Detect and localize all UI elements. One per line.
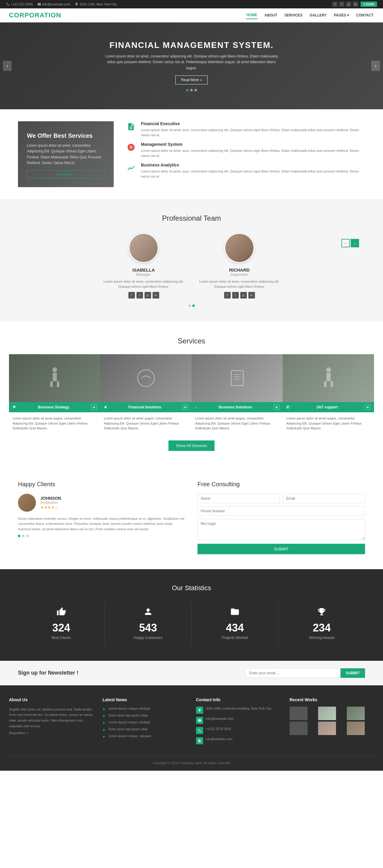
nav-gallery[interactable]: GALLERY: [309, 12, 327, 19]
card-icon-1: ⚑: [12, 405, 16, 409]
work-thumb-5[interactable]: [318, 721, 336, 735]
person-icon: [111, 607, 185, 619]
service-desc-management: Lorem ipsum dolor sit amet, auct, consec…: [141, 148, 365, 158]
hero-dot-1[interactable]: [186, 89, 189, 91]
facebook-btn[interactable]: f: [128, 292, 135, 299]
hero-next-button[interactable]: ›: [371, 61, 380, 71]
footer-contact-title: Contact Info: [196, 698, 281, 702]
stat-label-clients: Best Clients: [24, 636, 98, 640]
pinterest-btn[interactable]: p: [145, 292, 151, 299]
clients-dot-3[interactable]: [26, 535, 29, 537]
hero-dots: [102, 89, 281, 91]
service-card-financial: ★ Financial Solutions + Lorem ipsum dolo…: [100, 354, 191, 434]
footer-about-desc: Sagittis duis tortor vel, facilisis posu…: [9, 707, 94, 729]
footer-news-item-4: ► Dolor amet sed quam vitae: [103, 727, 187, 732]
services-intro-left: We Offer Best Services Lorem ipsum dolor…: [18, 121, 114, 187]
services-read-more-button[interactable]: Read More »: [27, 170, 105, 178]
email-icon: [37, 2, 41, 6]
card-add-btn-2[interactable]: +: [183, 404, 188, 410]
message-textarea[interactable]: [197, 519, 365, 540]
name-input[interactable]: [197, 494, 280, 503]
newsletter-input[interactable]: [245, 668, 341, 678]
team-grid: ISABELLA Manager. Lorem ipsum dolor sit …: [18, 233, 365, 299]
team-dot-1[interactable]: [189, 305, 191, 307]
twitter-icon[interactable]: t: [339, 1, 344, 7]
card-label-text-4: 24/7 support: [317, 405, 338, 409]
hero-title: FINANCIAL MANAGEMENT SYSTEM.: [102, 40, 281, 50]
twitter-btn-r[interactable]: t: [232, 292, 239, 299]
hero-prev-button[interactable]: ‹: [3, 61, 12, 71]
top-bar: +112 223 3345 info@example.com 3241 USA,…: [0, 0, 383, 8]
team-section: Professional Team ISABELLA Manager. Lore…: [0, 199, 383, 322]
statistics-title: Our Statistics: [18, 584, 365, 592]
footer-contact: Contact Info 3241 USA, Collection buildi…: [196, 698, 281, 747]
team-card-isabella: ISABELLA Manager. Lorem ipsum dolor sit …: [102, 233, 186, 299]
work-thumb-4[interactable]: [290, 721, 308, 735]
team-dot-2[interactable]: [192, 305, 195, 307]
newsletter-form: SUBMIT: [245, 668, 365, 678]
nav-contact[interactable]: CONTACT: [355, 12, 374, 19]
login-button[interactable]: LOGIN: [360, 1, 377, 7]
newsletter-title: Sign up for Newsletter !: [18, 670, 78, 676]
pinterest-icon[interactable]: p: [346, 1, 351, 7]
card-add-btn-3[interactable]: +: [274, 404, 279, 410]
service-card-label-2: ★ Financial Solutions +: [100, 402, 191, 412]
linkedin-btn-r[interactable]: in: [248, 292, 255, 299]
work-thumb-3[interactable]: [347, 707, 365, 720]
footer-website-text: info@website.com: [205, 737, 232, 741]
nav-services[interactable]: SERVICES: [284, 12, 303, 19]
footer-about: About Us Sagittis duis tortor vel, facil…: [9, 698, 94, 747]
phone-input[interactable]: [197, 506, 365, 516]
service-item-financial: Financial Executive Lorem ipsum dolor si…: [126, 121, 365, 137]
svg-rect-5: [231, 371, 243, 385]
client-stars: ★★★★☆: [40, 505, 61, 509]
card-hands-icon: [137, 369, 155, 387]
team-social-richard: f t p in: [197, 292, 281, 299]
nav-pages[interactable]: PAGES ▾: [333, 12, 350, 19]
hero-dot-3[interactable]: [194, 89, 197, 91]
footer-phone-text: +0123 2279 3241: [205, 727, 231, 731]
service-card-label-1: ⚑ Business Strategy +: [9, 402, 100, 412]
email-input[interactable]: [283, 494, 365, 503]
work-thumb-2[interactable]: [318, 707, 336, 720]
footer-about-title: About Us: [9, 698, 94, 702]
nav-home[interactable]: HOME: [246, 11, 258, 19]
phone-icon: [6, 2, 9, 6]
footer-read-more-link[interactable]: Read More »: [9, 731, 94, 735]
clients-dot-2[interactable]: [22, 535, 25, 537]
hero-read-more-button[interactable]: Read More »: [175, 75, 208, 85]
client-description: Donec bibendum molestie cursus. Integer …: [18, 516, 186, 532]
linkedin-btn[interactable]: in: [153, 292, 159, 299]
nav-about[interactable]: ABOUT: [264, 12, 278, 19]
twitter-btn[interactable]: t: [136, 292, 143, 299]
newsletter-submit-button[interactable]: SUBMIT: [341, 668, 365, 678]
services-intro-section: We Offer Best Services Lorem ipsum dolor…: [0, 109, 383, 199]
stat-number-awards: 234: [285, 622, 359, 634]
footer-address-text: 3241 USA, Collection building, New York …: [205, 707, 272, 710]
clients-dot-1[interactable]: [18, 535, 20, 537]
work-thumb-6[interactable]: [347, 721, 365, 735]
team-prev-button[interactable]: ‹: [342, 239, 350, 247]
service-card-label-3: ♪ Business Solutions +: [191, 402, 283, 412]
linkedin-icon[interactable]: in: [353, 1, 358, 7]
pinterest-btn-r[interactable]: p: [240, 292, 247, 299]
location-icon: [75, 2, 78, 6]
service-text-analytics: Business Analytics Lorem ipsum dolor sit…: [141, 163, 365, 179]
social-icons: f t p in: [332, 1, 358, 7]
work-thumb-1[interactable]: [290, 707, 308, 720]
consulting-submit-button[interactable]: SUBMIT: [197, 544, 365, 554]
show-all-services-button[interactable]: Show All Services: [168, 440, 214, 451]
service-item-analytics: Business Analytics Lorem ipsum dolor sit…: [126, 163, 365, 179]
card-person2-icon: [321, 366, 336, 390]
facebook-btn-r[interactable]: f: [224, 292, 231, 299]
card-icon-2: ★: [104, 405, 107, 409]
facebook-icon[interactable]: f: [332, 1, 338, 7]
card-add-btn-1[interactable]: +: [91, 404, 97, 410]
email-info: info@example.com: [37, 2, 70, 6]
news-arrow-5: ►: [103, 735, 106, 739]
free-consulting-section: Free Consulting SUBMIT: [197, 481, 365, 554]
hero-dot-2[interactable]: [190, 89, 193, 91]
team-next-button[interactable]: ›: [351, 239, 359, 247]
stat-label-awards: Winning Awards: [285, 636, 359, 640]
card-add-btn-4[interactable]: +: [365, 404, 371, 410]
